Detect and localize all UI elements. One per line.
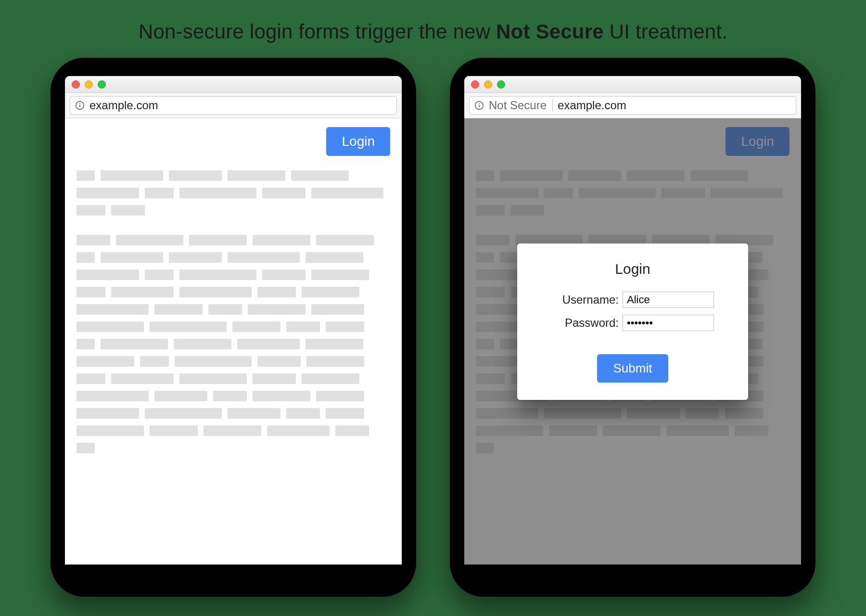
left-titlebar [65, 76, 402, 93]
left-url-text: example.com [89, 99, 158, 112]
minimize-traffic-light[interactable] [484, 80, 492, 89]
close-traffic-light[interactable] [72, 80, 80, 89]
zoom-traffic-light[interactable] [497, 80, 505, 89]
password-input[interactable] [623, 315, 714, 331]
left-addressbar: example.com [65, 93, 402, 118]
zoom-traffic-light[interactable] [98, 80, 106, 89]
svg-rect-5 [479, 103, 480, 104]
caption-prefix: Non-secure login forms trigger the new [139, 20, 496, 43]
right-browser-window: Not Secure example.com Login [464, 76, 801, 565]
username-label: Username: [551, 293, 619, 307]
right-titlebar [464, 76, 801, 93]
caption-bold: Not Secure [496, 20, 604, 43]
caption: Non-secure login forms trigger the new N… [0, 0, 866, 58]
info-icon [75, 101, 85, 110]
left-omnibox[interactable]: example.com [70, 96, 397, 115]
not-secure-label: Not Secure [489, 99, 553, 112]
right-login-button[interactable]: Login [726, 127, 790, 156]
left-browser-window: example.com Login [65, 76, 402, 565]
right-omnibox[interactable]: Not Secure example.com [469, 96, 796, 115]
right-device-frame: Not Secure example.com Login [450, 58, 815, 597]
svg-rect-2 [79, 103, 80, 104]
info-icon [474, 101, 484, 110]
svg-rect-1 [79, 104, 80, 107]
password-label: Password: [551, 316, 619, 330]
submit-button[interactable]: Submit [597, 354, 669, 383]
right-addressbar: Not Secure example.com [464, 93, 801, 118]
right-url-text: example.com [558, 99, 626, 112]
svg-rect-4 [479, 104, 480, 107]
login-modal: Login Username: Password: Submit [517, 244, 748, 400]
filler-text [76, 170, 390, 453]
close-traffic-light[interactable] [471, 80, 479, 89]
left-login-button[interactable]: Login [326, 127, 390, 156]
right-page-body: Login [464, 118, 801, 565]
left-page-body: Login [65, 118, 402, 565]
login-modal-title: Login [534, 261, 732, 277]
minimize-traffic-light[interactable] [85, 80, 93, 89]
caption-suffix: UI treatment. [604, 20, 727, 43]
username-input[interactable] [623, 292, 714, 308]
left-device-frame: example.com Login [51, 58, 416, 597]
